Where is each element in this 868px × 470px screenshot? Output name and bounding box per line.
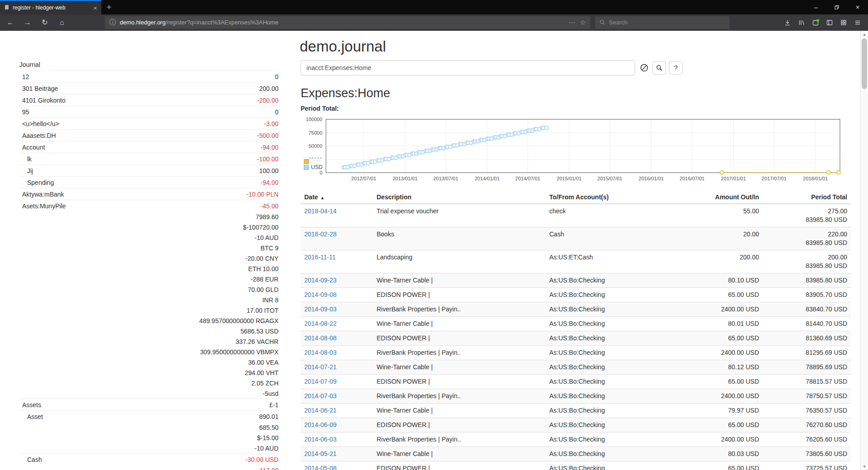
svg-text:100000: 100000 bbox=[306, 117, 322, 122]
description-cell: Wine-Tarner Cable | bbox=[373, 404, 546, 418]
account-balance: -100.00 bbox=[257, 155, 278, 163]
transaction-date-link[interactable]: 2014-08-03 bbox=[304, 349, 337, 356]
account-link[interactable]: Jij bbox=[19, 167, 33, 174]
query-input[interactable] bbox=[301, 60, 635, 75]
account-link[interactable]: Assets bbox=[19, 401, 41, 409]
bookmark-star-icon[interactable]: ☆ bbox=[580, 19, 586, 27]
browser-search-input[interactable] bbox=[609, 19, 726, 26]
back-button[interactable]: ← bbox=[4, 16, 17, 29]
register-row: 2014-09-08EDISON POWER |As:US:Bo:Checkin… bbox=[301, 288, 851, 302]
search-help-button[interactable]: ? bbox=[669, 61, 683, 75]
page-actions-icon[interactable]: ⋯ bbox=[569, 19, 576, 27]
account-balance: 100.00 bbox=[259, 167, 278, 174]
account-link[interactable]: Spending bbox=[19, 179, 54, 186]
transaction-date-link[interactable]: 2014-06-03 bbox=[304, 436, 337, 443]
tab-close-icon[interactable]: × bbox=[93, 4, 97, 12]
transaction-date-link[interactable]: 2014-06-21 bbox=[304, 407, 337, 414]
account-link[interactable]: Aaasets:DH bbox=[19, 132, 56, 139]
transaction-date-link[interactable]: 2014-06-09 bbox=[304, 421, 337, 428]
sidebar-balance-row: 337.26 VACHR bbox=[19, 336, 278, 347]
page-scrollbar[interactable]: ▲ ▼ bbox=[860, 31, 868, 470]
account-link[interactable]: 301 Beiträge bbox=[19, 85, 58, 92]
account-link[interactable]: Cash bbox=[19, 456, 42, 463]
transaction-date-link[interactable]: 2014-05-21 bbox=[304, 450, 337, 457]
sidebar-balance-row: 2.05 ZCH bbox=[19, 378, 278, 388]
description-cell: EDISON POWER | bbox=[373, 375, 546, 389]
column-header-amount: Amount Out/In bbox=[662, 191, 763, 204]
window-restore-button[interactable] bbox=[826, 0, 847, 14]
transaction-date-link[interactable]: 2014-09-03 bbox=[304, 306, 337, 313]
account-link[interactable]: lk bbox=[19, 155, 32, 163]
sidebar-account-row: lk-100.00 bbox=[19, 153, 278, 164]
account-balance: £-1 bbox=[269, 401, 278, 409]
account-cell: check bbox=[546, 204, 662, 227]
scroll-down-icon[interactable]: ▼ bbox=[861, 463, 868, 470]
download-icon[interactable] bbox=[784, 19, 791, 26]
account-link[interactable]: Asets:MunyPile bbox=[19, 202, 66, 210]
transaction-date-link[interactable]: 2014-07-03 bbox=[304, 392, 337, 400]
account-balance: 685.50 bbox=[259, 424, 278, 431]
description-cell: Wine-Tarner Cable | bbox=[373, 273, 546, 288]
period-total-amount: 76270.60 USD bbox=[766, 421, 847, 429]
menu-icon[interactable] bbox=[854, 19, 861, 26]
journal-link[interactable]: Journal bbox=[19, 59, 278, 70]
account-balance: -10 AUD bbox=[255, 445, 278, 452]
svg-text:50000: 50000 bbox=[308, 143, 322, 149]
period-total-amount: 83985.80 USD bbox=[766, 276, 847, 285]
transaction-date-link[interactable]: 2016-11-11 bbox=[304, 254, 336, 261]
account-link[interactable]: 12 bbox=[19, 73, 29, 80]
column-header-date[interactable]: Date▲ bbox=[301, 191, 373, 204]
period-total-cell: 220.0083985.80 USD bbox=[763, 227, 851, 250]
browser-search-bar[interactable] bbox=[595, 16, 730, 29]
period-total-cell: 73725.57 USD bbox=[763, 461, 851, 470]
account-link[interactable]: 95 bbox=[19, 108, 29, 116]
transaction-date-link[interactable]: 2014-07-21 bbox=[304, 363, 337, 371]
chart-canvas: 2012/07/012013/01/012013/07/012014/01/01… bbox=[301, 115, 851, 183]
browser-tab[interactable]: register - hledger-web × bbox=[0, 0, 101, 14]
window-minimize-button[interactable]: – bbox=[806, 0, 826, 14]
transaction-date-link[interactable]: 2018-02-28 bbox=[304, 230, 337, 238]
browser-navbar: ← → ↻ ⌂ ⓘ demo.hledger.org/register?q=in… bbox=[0, 14, 868, 31]
account-link[interactable]: Aktywa:mBank bbox=[19, 191, 64, 198]
reload-button[interactable]: ↻ bbox=[38, 16, 52, 29]
transaction-date-link[interactable]: 2014-08-22 bbox=[304, 320, 337, 327]
apps-grid-icon[interactable] bbox=[840, 19, 847, 26]
clear-query-icon[interactable] bbox=[639, 63, 649, 73]
transaction-date-link[interactable]: 2014-09-23 bbox=[304, 277, 337, 284]
new-tab-button[interactable]: + bbox=[101, 0, 117, 14]
account-link[interactable]: <u>hello</u> bbox=[19, 120, 59, 127]
period-total-cell: 78895.69 USD bbox=[763, 360, 851, 375]
transaction-date-link[interactable]: 2014-05-08 bbox=[304, 465, 337, 470]
scrollbar-thumb[interactable] bbox=[862, 38, 867, 89]
forward-button[interactable]: → bbox=[21, 16, 34, 29]
window-close-button[interactable]: × bbox=[847, 0, 868, 14]
amount-cell: 55.00 bbox=[662, 204, 763, 227]
transaction-date-link[interactable]: 2014-09-08 bbox=[304, 291, 337, 298]
browser-titlebar: register - hledger-web × + – × bbox=[0, 0, 868, 14]
transaction-date-link[interactable]: 2014-08-08 bbox=[304, 334, 337, 342]
scroll-up-icon[interactable]: ▲ bbox=[861, 31, 868, 38]
home-button[interactable]: ⌂ bbox=[55, 16, 69, 29]
url-bar[interactable]: ⓘ demo.hledger.org/register?q=inacct%3AE… bbox=[105, 16, 590, 29]
account-link[interactable]: Asset bbox=[19, 413, 43, 420]
sidebar-account-row: Cash-30.00 USD bbox=[19, 453, 278, 465]
search-submit-button[interactable] bbox=[652, 61, 666, 75]
amount-cell: 2400.00 USD bbox=[662, 432, 763, 447]
account-link[interactable]: Account bbox=[19, 144, 45, 151]
url-text[interactable]: demo.hledger.org/register?q=inacct%3AExp… bbox=[120, 19, 278, 26]
window-restore-icon bbox=[834, 5, 840, 10]
date-cell: 2014-08-22 bbox=[301, 317, 373, 331]
amount-cell: 65.00 USD bbox=[662, 461, 763, 470]
account-balance: 890.01 bbox=[259, 413, 278, 420]
page-title: demo.journal bbox=[300, 38, 851, 55]
period-total-cell: 83840.70 USD bbox=[763, 302, 851, 317]
transaction-date-link[interactable]: 2018-04-14 bbox=[304, 207, 337, 215]
amount-cell: 65.00 USD bbox=[662, 375, 763, 389]
extension-icon[interactable] bbox=[812, 19, 819, 26]
sidebar-toggle-icon[interactable] bbox=[826, 19, 833, 26]
site-info-icon[interactable]: ⓘ bbox=[109, 19, 116, 27]
period-total-cell: 275.0083985.80 USD bbox=[763, 204, 851, 227]
transaction-date-link[interactable]: 2014-07-09 bbox=[304, 378, 337, 385]
library-icon[interactable] bbox=[798, 19, 805, 26]
account-link[interactable]: 4101 Girokonto bbox=[19, 97, 66, 104]
